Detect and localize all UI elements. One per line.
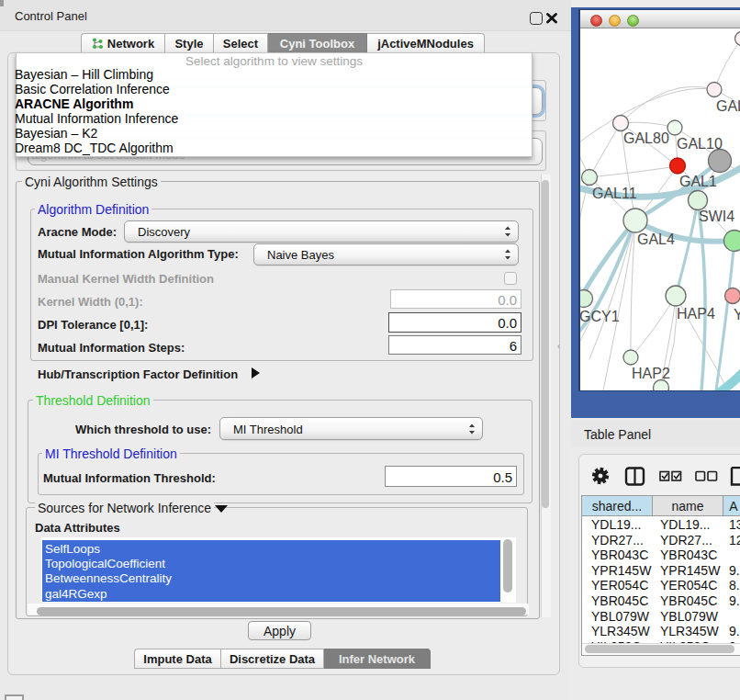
svg-text:YD: YD: [734, 307, 740, 322]
svg-text:GAL4: GAL4: [637, 231, 675, 247]
svg-text:GAL80: GAL80: [623, 130, 669, 146]
svg-text:GAL2: GAL2: [716, 98, 740, 114]
svg-text:GAL10: GAL10: [677, 136, 723, 152]
svg-text:SWI4: SWI4: [699, 209, 734, 224]
svg-text:HAP4: HAP4: [677, 306, 715, 322]
svg-text:HAP2: HAP2: [632, 366, 670, 381]
svg-text:GCY1: GCY1: [580, 309, 620, 324]
svg-text:GAL11: GAL11: [592, 186, 637, 201]
svg-text:GAL1: GAL1: [679, 174, 717, 189]
